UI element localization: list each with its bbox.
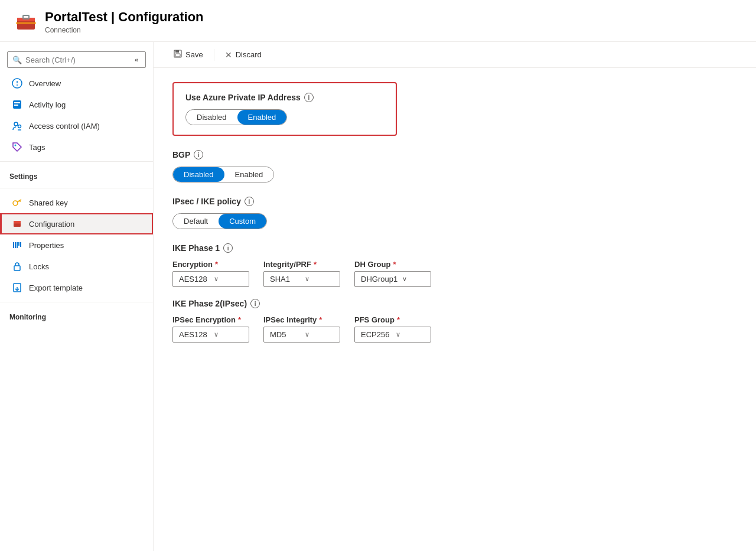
svg-point-12 [18,125,21,128]
ipsec-ike-toggle[interactable]: Default Custom [172,213,267,229]
save-button[interactable]: Save [168,47,209,63]
encryption-chevron: ∨ [214,275,244,283]
resource-icon [14,10,38,34]
dh-group-required: * [393,260,396,269]
locks-icon [11,260,23,272]
ipsec-encryption-value: AES128 [179,330,209,339]
sidebar-item-tags[interactable]: Tags [0,136,153,158]
private-ip-enabled-option[interactable]: Enabled [237,110,287,125]
svg-rect-19 [14,223,21,224]
sidebar-item-activity-log[interactable]: Activity log [0,94,153,115]
ipsec-integrity-field: IPSec Integrity * MD5 ∨ [263,315,340,343]
discard-button[interactable]: ✕ Discard [219,47,268,63]
svg-point-11 [14,122,18,126]
sidebar-item-configuration-label: Configuration [29,220,74,229]
ipsec-integrity-label: IPSec Integrity * [263,315,340,324]
properties-icon [11,239,23,251]
sidebar-item-shared-key[interactable]: Shared key [0,192,153,213]
integrity-prf-field: Integrity/PRF * SHA1 ∨ [263,260,340,287]
save-icon [174,50,182,60]
bgp-toggle[interactable]: Disabled Enabled [172,167,274,182]
settings-section-header: Settings [0,165,153,184]
private-ip-title: Use Azure Private IP Address i [185,93,384,102]
bgp-disabled-option[interactable]: Disabled [173,167,224,182]
encryption-select[interactable]: AES128 ∨ [172,271,249,287]
ike-phase2-info-icon[interactable]: i [250,299,260,308]
search-container: 🔍 « [0,47,153,73]
sidebar-item-properties[interactable]: Properties [0,234,153,256]
svg-rect-22 [17,242,18,248]
svg-rect-9 [14,102,20,103]
svg-rect-24 [20,242,21,247]
sidebar-item-locks-label: Locks [29,262,49,271]
sidebar: 🔍 « Overview Activity log Access control [0,42,154,551]
bgp-enabled-option[interactable]: Enabled [224,167,274,182]
ipsec-encryption-required: * [238,315,241,324]
search-box[interactable]: 🔍 « [7,51,146,68]
toolbar-divider [214,49,214,61]
ipsec-integrity-chevron: ∨ [305,331,335,338]
sidebar-item-shared-key-label: Shared key [29,198,68,207]
ike-phase2-title: IKE Phase 2(IPsec) i [172,299,666,308]
private-ip-toggle[interactable]: Disabled Enabled [185,109,287,125]
svg-point-14 [13,201,18,206]
content-body: Use Azure Private IP Address i Disabled … [154,68,685,369]
integrity-prf-select[interactable]: SHA1 ∨ [263,271,340,287]
sidebar-item-overview-label: Overview [29,79,61,88]
pfs-group-value: ECP256 [361,330,391,339]
bgp-info-icon[interactable]: i [194,150,203,159]
shared-key-icon [11,197,23,208]
dh-group-field: DH Group * DHGroup1 ∨ [354,260,431,287]
integrity-prf-required: * [314,260,317,269]
svg-rect-25 [14,266,20,270]
bgp-section: BGP i Disabled Enabled [172,150,666,182]
pfs-group-required: * [397,315,400,324]
sidebar-item-locks[interactable]: Locks [0,256,153,277]
ipsec-ike-default-option[interactable]: Default [173,214,219,229]
activity-log-icon [11,99,23,110]
search-input[interactable] [25,56,132,64]
pfs-group-select[interactable]: ECP256 ∨ [354,327,431,343]
search-icon: 🔍 [12,56,22,64]
sidebar-item-tags-label: Tags [29,143,45,152]
dh-group-select[interactable]: DHGroup1 ∨ [354,271,431,287]
sidebar-item-activity-label: Activity log [29,100,66,109]
ike-phase1-title: IKE Phase 1 i [172,243,666,253]
ipsec-ike-info-icon[interactable]: i [245,197,254,206]
collapse-button[interactable]: « [132,55,141,64]
pfs-group-label: PFS Group * [354,315,431,324]
sidebar-item-export-label: Export template [29,283,83,292]
sidebar-item-access-control[interactable]: Access control (IAM) [0,115,153,136]
pfs-group-field: PFS Group * ECP256 ∨ [354,315,431,343]
sidebar-item-properties-label: Properties [29,241,64,250]
ike-phase1-fields: Encryption * AES128 ∨ Integrity/PRF * [172,260,666,287]
main-content: Save ✕ Discard Use Azure Private IP Addr… [154,42,756,551]
sidebar-item-configuration[interactable]: Configuration [0,213,153,234]
page-header: PortalTest | Configuration Connection [0,0,756,42]
ipsec-ike-title: IPsec / IKE policy i [172,197,666,206]
discard-icon: ✕ [225,50,232,60]
private-ip-info-icon[interactable]: i [304,93,314,102]
private-ip-disabled-option[interactable]: Disabled [186,110,237,125]
ipsec-encryption-select[interactable]: AES128 ∨ [172,327,249,343]
dh-group-chevron: ∨ [402,275,426,283]
svg-line-15 [17,200,21,202]
toolbar: Save ✕ Discard [154,42,756,68]
ipsec-integrity-select[interactable]: MD5 ∨ [263,327,340,343]
ipsec-ike-custom-option[interactable]: Custom [219,214,266,229]
integrity-prf-chevron: ∨ [305,275,335,283]
ipsec-ike-section: IPsec / IKE policy i Default Custom [172,197,666,229]
access-control-icon [11,120,23,132]
sidebar-item-export-template[interactable]: Export template [0,277,153,298]
ipsec-integrity-required: * [319,315,322,324]
ipsec-encryption-field: IPSec Encryption * AES128 ∨ [172,315,249,343]
dh-group-value: DHGroup1 [361,275,397,283]
ipsec-encryption-label: IPSec Encryption * [172,315,249,324]
svg-rect-21 [15,242,16,248]
ipsec-integrity-value: MD5 [270,330,300,339]
ike-phase1-info-icon[interactable]: i [223,243,233,253]
save-label: Save [185,50,203,59]
svg-rect-29 [175,50,179,53]
encryption-value: AES128 [179,275,209,283]
sidebar-item-overview[interactable]: Overview [0,73,153,94]
